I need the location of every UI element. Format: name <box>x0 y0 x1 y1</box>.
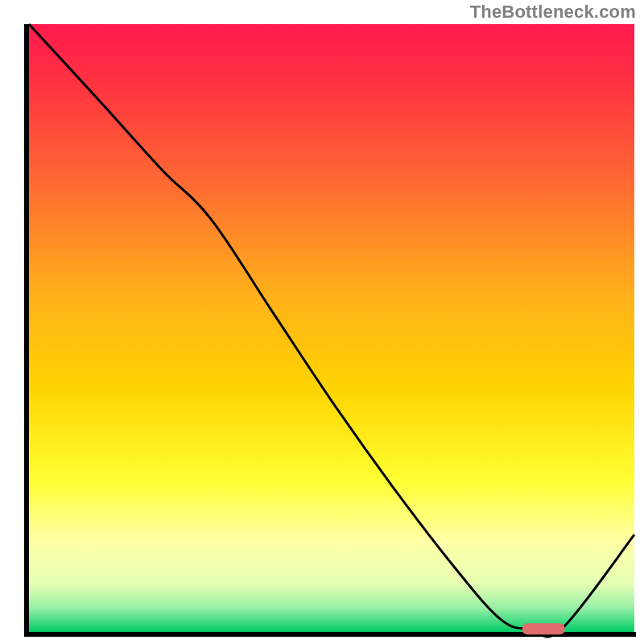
optimal-band-marker <box>522 623 565 634</box>
plot-background <box>29 24 634 632</box>
y-axis <box>24 24 29 636</box>
chart-container: TheBottleneck.com <box>0 0 644 644</box>
chart-svg <box>0 0 644 644</box>
